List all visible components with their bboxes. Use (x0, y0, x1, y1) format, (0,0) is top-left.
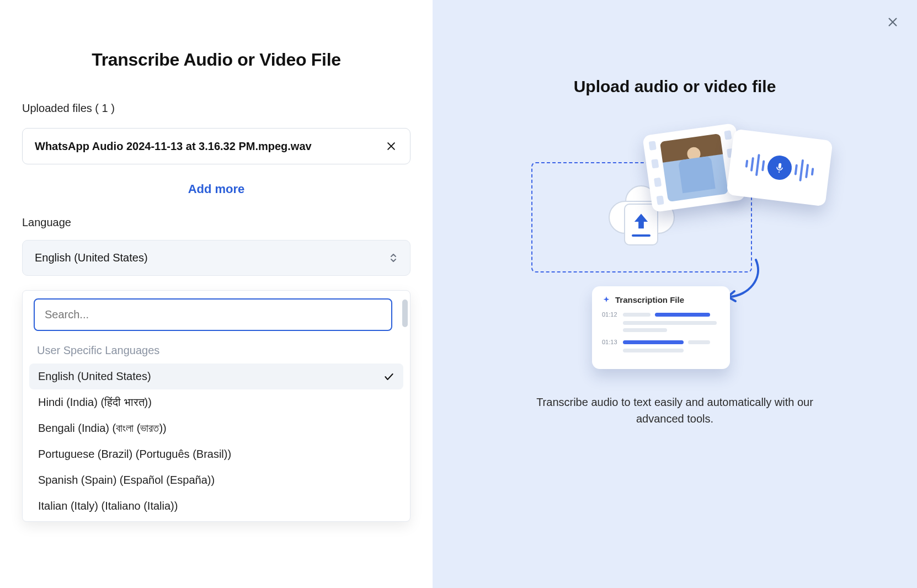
language-option-label: Portuguese (Brazil) (Português (Brasil)) (38, 448, 231, 461)
language-label: Language (22, 216, 410, 229)
timestamp: 01:13 (602, 339, 619, 345)
language-option-label: Italian (Italy) (Italiano (Italia)) (38, 500, 178, 512)
check-icon (383, 371, 394, 382)
close-icon (887, 16, 899, 28)
sparkle-icon (602, 296, 611, 304)
arrow-icon (726, 257, 764, 307)
language-select[interactable]: English (United States) (22, 240, 410, 276)
uploaded-files-label: Uploaded files ( 1 ) (22, 102, 410, 115)
language-option[interactable]: Bengali (India) (বাংলা (ভারত)) (29, 415, 403, 441)
scrollbar[interactable] (402, 300, 408, 327)
chevron-updown-icon (389, 253, 398, 264)
audio-card-illustration (726, 129, 833, 206)
upload-icon (624, 204, 658, 245)
microphone-icon (766, 154, 793, 181)
close-modal-button[interactable] (884, 13, 902, 31)
add-more-button[interactable]: Add more (22, 182, 410, 196)
uploaded-file-chip: WhatsApp Audio 2024-11-13 at 3.16.32 PM.… (22, 128, 410, 164)
language-option[interactable]: Italian (Italy) (Italiano (Italia)) (29, 493, 403, 519)
language-option[interactable]: Spanish (Spain) (Español (España)) (29, 467, 403, 493)
right-description: Transcribe audio to text easily and auto… (520, 394, 829, 427)
video-thumb (660, 133, 728, 202)
close-icon (386, 141, 397, 152)
language-option-label: English (United States) (38, 370, 151, 383)
language-option-label: Bengali (India) (বাংলা (ভারত)) (38, 422, 167, 435)
language-option[interactable]: English (United States) (29, 364, 403, 389)
right-panel: Upload audio or video file (433, 0, 917, 588)
timestamp: 01:12 (602, 311, 619, 318)
transcription-card-illustration: Transcription File 01:12 01:13 (592, 286, 730, 369)
language-option[interactable]: Portuguese (Brazil) (Português (Brasil)) (29, 441, 403, 467)
upload-illustration: Transcription File 01:12 01:13 (520, 135, 829, 372)
language-dropdown: User Specific Languages English (United … (22, 290, 410, 522)
language-option-label: Hindi (India) (हिंदी भारत)) (38, 396, 152, 409)
language-group-label: User Specific Languages (29, 341, 403, 364)
language-option[interactable]: Hindi (India) (हिंदी भारत)) (29, 389, 403, 415)
left-panel: Transcribe Audio or Video File Uploaded … (0, 0, 433, 588)
language-search-input[interactable] (34, 298, 392, 331)
right-title: Upload audio or video file (574, 77, 776, 96)
uploaded-file-name: WhatsApp Audio 2024-11-13 at 3.16.32 PM.… (35, 140, 312, 153)
page-title: Transcribe Audio or Video File (22, 50, 410, 70)
language-select-value: English (United States) (35, 252, 148, 264)
transcription-card-title: Transcription File (615, 295, 684, 304)
remove-file-button[interactable] (385, 140, 398, 153)
language-option-label: Spanish (Spain) (Español (España)) (38, 474, 215, 487)
